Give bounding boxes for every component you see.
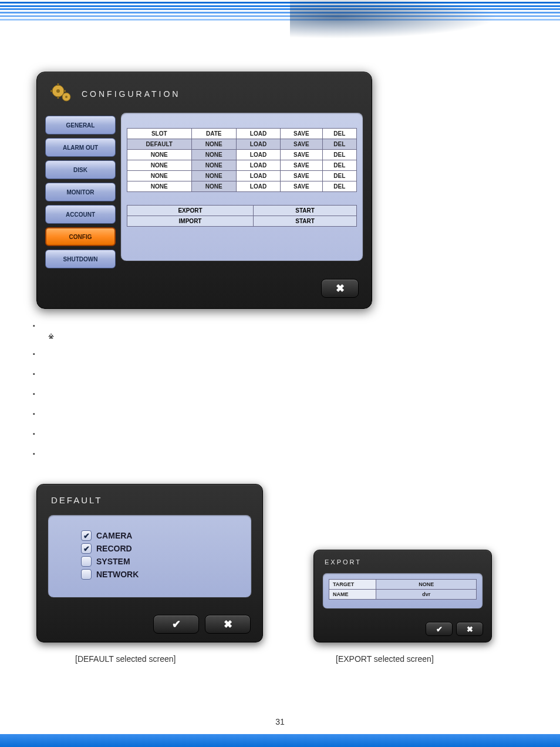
- slot-cell: NONE: [127, 181, 192, 192]
- list-item: [33, 350, 514, 357]
- del-cell[interactable]: DEL: [322, 150, 356, 160]
- gears-icon: [49, 80, 76, 107]
- slot-cell: DEFAULT: [127, 139, 192, 150]
- sidebar-item-disk[interactable]: DISK: [45, 160, 116, 179]
- del-cell[interactable]: DEL: [322, 139, 356, 150]
- cancel-button[interactable]: ✖: [456, 622, 483, 636]
- configuration-window: CONFIGURATION GENERALALARM OUTDISKMONITO…: [36, 72, 372, 309]
- sidebar-item-shutdown[interactable]: SHUTDOWN: [45, 250, 116, 268]
- save-cell[interactable]: SAVE: [281, 139, 323, 150]
- table-row: TARGETNONE: [329, 580, 477, 590]
- caption-export: [EXPORT selected screen]: [336, 654, 434, 664]
- value-cell[interactable]: NONE: [376, 580, 477, 590]
- checkbox-row-system[interactable]: SYSTEM: [81, 556, 241, 567]
- window-title: DEFAULT: [51, 495, 252, 505]
- sidebar-item-alarm-out[interactable]: ALARM OUT: [45, 138, 116, 157]
- window-title: EXPORT: [325, 558, 483, 566]
- check-icon: ✔: [436, 625, 443, 634]
- load-cell[interactable]: LOAD: [236, 139, 280, 150]
- sidebar-item-general[interactable]: GENERAL: [45, 116, 116, 134]
- close-icon: ✖: [336, 282, 345, 295]
- export-label: EXPORT: [127, 206, 254, 216]
- del-cell[interactable]: DEL: [322, 181, 356, 192]
- list-item: [33, 430, 514, 437]
- checkbox-row-camera[interactable]: ✔CAMERA: [81, 530, 241, 541]
- export-import-table: EXPORT START IMPORT START: [127, 205, 357, 227]
- cancel-button[interactable]: ✖: [205, 615, 251, 634]
- save-cell[interactable]: SAVE: [281, 150, 323, 160]
- table-header: SLOT: [127, 129, 192, 139]
- table-row: DEFAULTNONELOADSAVEDEL: [127, 139, 357, 150]
- sidebar-item-account[interactable]: ACCOUNT: [45, 205, 116, 224]
- close-icon: ✖: [467, 625, 473, 634]
- load-cell[interactable]: LOAD: [236, 171, 280, 181]
- table-row: NAMEdvr: [329, 590, 477, 600]
- checkbox[interactable]: [81, 556, 92, 567]
- checkbox-row-record[interactable]: ✔RECORD: [81, 543, 241, 554]
- main-panel: SLOTDATELOADSAVEDELDEFAULTNONELOADSAVEDE…: [120, 112, 363, 261]
- checkbox-row-network[interactable]: NETWORK: [81, 569, 241, 580]
- checkbox-label: RECORD: [96, 544, 132, 553]
- slot-cell: NONE: [127, 171, 192, 181]
- note-item: [48, 332, 514, 341]
- del-cell[interactable]: DEL: [322, 171, 356, 181]
- date-cell: NONE: [191, 150, 236, 160]
- window-title: CONFIGURATION: [82, 89, 180, 99]
- key-cell: TARGET: [329, 580, 376, 590]
- top-banner: [0, 0, 560, 42]
- checkbox-label: NETWORK: [96, 570, 139, 579]
- key-cell: NAME: [329, 590, 376, 600]
- load-cell[interactable]: LOAD: [236, 160, 280, 171]
- config-table: SLOTDATELOADSAVEDELDEFAULTNONELOADSAVEDE…: [127, 128, 357, 192]
- date-cell: NONE: [191, 139, 236, 150]
- ok-button[interactable]: ✔: [153, 615, 199, 634]
- export-panel: TARGETNONENAMEdvr: [322, 573, 483, 609]
- sidebar-item-config[interactable]: CONFIG: [45, 227, 116, 246]
- sidebar-item-monitor[interactable]: MONITOR: [45, 183, 116, 201]
- export-window: EXPORT TARGETNONENAMEdvr ✔ ✖: [313, 550, 492, 642]
- checkbox-label: SYSTEM: [96, 557, 130, 566]
- table-row: NONENONELOADSAVEDEL: [127, 150, 357, 160]
- checkbox[interactable]: ✔: [81, 543, 92, 554]
- save-cell[interactable]: SAVE: [281, 171, 323, 181]
- slot-cell: NONE: [127, 150, 192, 160]
- list-item: [33, 410, 514, 417]
- export-table: TARGETNONENAMEdvr: [329, 579, 477, 600]
- table-row: NONENONELOADSAVEDEL: [127, 160, 357, 171]
- export-start-button[interactable]: START: [254, 206, 357, 216]
- default-window: DEFAULT ✔CAMERA✔RECORDSYSTEMNETWORK ✔ ✖: [36, 484, 263, 642]
- close-button[interactable]: ✖: [321, 279, 359, 298]
- import-start-button[interactable]: START: [254, 216, 357, 227]
- checkbox[interactable]: [81, 569, 92, 580]
- checkbox-label: CAMERA: [96, 531, 132, 540]
- list-item: [33, 370, 514, 377]
- date-cell: NONE: [191, 160, 236, 171]
- page-number: 31: [0, 717, 560, 726]
- table-header: DATE: [191, 129, 236, 139]
- checkbox[interactable]: ✔: [81, 530, 92, 541]
- list-item: [33, 390, 514, 397]
- slot-cell: NONE: [127, 160, 192, 171]
- caption-default: [DEFAULT selected screen]: [75, 654, 176, 664]
- save-cell[interactable]: SAVE: [281, 181, 323, 192]
- table-header: LOAD: [236, 129, 280, 139]
- load-cell[interactable]: LOAD: [236, 181, 280, 192]
- table-row: NONENONELOADSAVEDEL: [127, 171, 357, 181]
- ok-button[interactable]: ✔: [426, 622, 453, 636]
- value-cell[interactable]: dvr: [376, 590, 477, 600]
- svg-point-3: [65, 96, 68, 98]
- bottom-banner: [0, 734, 560, 747]
- date-cell: NONE: [191, 181, 236, 192]
- list-item: [33, 322, 514, 329]
- load-cell[interactable]: LOAD: [236, 150, 280, 160]
- import-label: IMPORT: [127, 216, 254, 227]
- table-header: DEL: [322, 129, 356, 139]
- save-cell[interactable]: SAVE: [281, 160, 323, 171]
- table-row: NONENONELOADSAVEDEL: [127, 181, 357, 192]
- default-panel: ✔CAMERA✔RECORDSYSTEMNETWORK: [48, 514, 252, 598]
- del-cell[interactable]: DEL: [322, 160, 356, 171]
- check-icon: ✔: [172, 618, 181, 631]
- date-cell: NONE: [191, 171, 236, 181]
- sidebar: GENERALALARM OUTDISKMONITORACCOUNTCONFIG…: [45, 112, 116, 268]
- bullet-list: [33, 317, 514, 470]
